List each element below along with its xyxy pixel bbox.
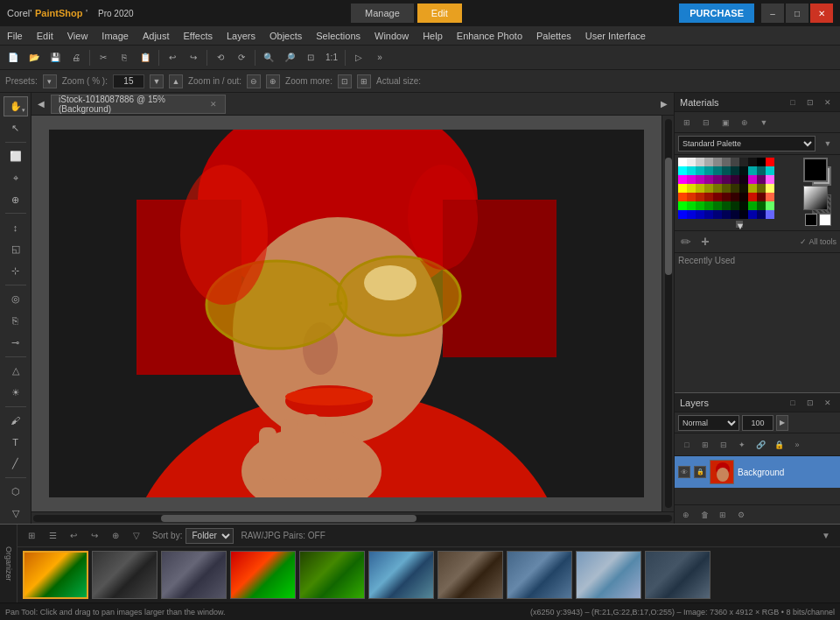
menu-palettes[interactable]: Palettes [529, 26, 578, 45]
swatch[interactable] [713, 184, 722, 193]
straighten-tool[interactable]: ↕ [4, 217, 28, 237]
swatch[interactable] [766, 166, 774, 175]
vertical-scrollbar[interactable] [662, 116, 674, 511]
org-thumb-3[interactable] [161, 551, 227, 599]
delete-layer-btn[interactable]: 🗑 [696, 508, 712, 522]
org-thumb-5[interactable] [299, 551, 365, 599]
org-tag-btn[interactable]: ⊕ [107, 527, 124, 545]
fill-tool[interactable]: ▽ [4, 504, 28, 524]
gradient-swatch[interactable] [803, 186, 828, 210]
swatch[interactable] [713, 210, 722, 219]
undo-button[interactable]: ↩ [163, 48, 182, 67]
org-rotate-left-btn[interactable]: ↩ [65, 527, 82, 545]
org-thumb-9[interactable] [576, 551, 641, 599]
swatch[interactable] [687, 184, 696, 193]
foreground-swatch[interactable] [803, 158, 828, 182]
save-button[interactable]: 💾 [46, 48, 65, 67]
swatch[interactable] [766, 175, 774, 184]
org-thumb-7[interactable] [438, 551, 503, 599]
canvas-viewport[interactable] [32, 116, 662, 511]
v-scroll-track[interactable] [665, 119, 672, 508]
redo-button[interactable]: ↪ [184, 48, 203, 67]
swatch[interactable] [722, 158, 731, 166]
menu-layers[interactable]: Layers [220, 26, 262, 45]
swatch[interactable] [713, 193, 722, 201]
swatch[interactable] [687, 158, 696, 166]
line-tool[interactable]: ╱ [4, 454, 28, 474]
swatch[interactable] [739, 210, 748, 219]
layers-panel-close[interactable]: ✕ [821, 396, 835, 410]
swatch[interactable] [748, 201, 757, 210]
zoom-out-button[interactable]: 🔎 [280, 48, 299, 67]
layer-item-background[interactable]: 👁 🔒 Background [675, 456, 840, 488]
menu-image[interactable]: Image [94, 26, 136, 45]
opacity-input[interactable] [742, 415, 774, 431]
rect-select-tool[interactable]: ⬜ [4, 146, 28, 166]
swatch[interactable] [766, 210, 774, 219]
swatch[interactable] [722, 210, 731, 219]
swatch[interactable] [696, 184, 704, 193]
menu-selections[interactable]: Selections [309, 26, 368, 45]
swatch[interactable] [713, 158, 722, 166]
dodge-tool[interactable]: ☀ [4, 383, 28, 403]
swatch-black[interactable] [757, 158, 766, 166]
copy-button[interactable]: ⎘ [115, 48, 134, 67]
close-window-button[interactable]: ✕ [810, 4, 833, 23]
swatch[interactable] [722, 175, 731, 184]
swatch[interactable] [678, 166, 687, 175]
menu-objects[interactable]: Objects [262, 26, 309, 45]
swatch[interactable] [722, 184, 731, 193]
fit-btn[interactable]: ⊡ [338, 74, 352, 88]
menu-file[interactable]: File [0, 26, 30, 45]
menu-adjust[interactable]: Adjust [136, 26, 177, 45]
paste-button[interactable]: 📋 [136, 48, 155, 67]
swatch[interactable] [722, 166, 731, 175]
plus-icon[interactable]: + [697, 234, 713, 250]
sort-select[interactable]: Folder [186, 528, 234, 544]
swatch[interactable] [731, 184, 739, 193]
swatch[interactable] [757, 210, 766, 219]
zoom-down-btn[interactable]: ▼ [150, 74, 164, 88]
swatch[interactable] [704, 175, 713, 184]
opacity-slider-btn[interactable]: ▶ [776, 415, 788, 431]
mat-btn-3[interactable]: ▣ [717, 115, 734, 130]
swatch[interactable] [687, 201, 696, 210]
swatch[interactable] [704, 201, 713, 210]
org-thumb-10[interactable] [645, 551, 710, 599]
swatch[interactable] [748, 158, 757, 166]
mat-btn-4[interactable]: ⊕ [736, 115, 753, 130]
swatch[interactable] [748, 166, 757, 175]
swatch[interactable] [696, 201, 704, 210]
swatch[interactable] [731, 193, 739, 201]
layer-settings-btn[interactable]: ⚙ [733, 508, 749, 522]
redeye-tool[interactable]: ◎ [4, 289, 28, 309]
lock-btn[interactable]: 🔒 [770, 436, 788, 454]
swatch[interactable] [696, 158, 704, 166]
zoom-up-btn[interactable]: ▲ [169, 74, 183, 88]
swatch[interactable] [766, 184, 774, 193]
swatch[interactable] [748, 175, 757, 184]
org-thumb-6[interactable] [368, 551, 434, 599]
paint-tool[interactable]: 🖌 [4, 411, 28, 431]
swatch[interactable] [748, 184, 757, 193]
h-scroll-track[interactable] [33, 515, 672, 522]
swatch[interactable] [739, 166, 748, 175]
swatch[interactable] [739, 193, 748, 201]
org-filter-btn[interactable]: ▽ [128, 527, 145, 545]
clone-tool[interactable]: ⎘ [4, 311, 28, 331]
swatch[interactable] [687, 210, 696, 219]
swatch[interactable] [748, 193, 757, 201]
org-thumb-2[interactable] [92, 551, 158, 599]
swatch[interactable] [696, 166, 704, 175]
layer-visibility-toggle[interactable]: 👁 [678, 466, 690, 478]
swatch[interactable] [766, 193, 774, 201]
swatch[interactable] [757, 193, 766, 201]
swatch[interactable] [678, 201, 687, 210]
org-thumb-8[interactable] [507, 551, 572, 599]
swatch[interactable] [678, 210, 687, 219]
swatch[interactable] [757, 184, 766, 193]
palette-menu-btn[interactable]: ▼ [819, 136, 836, 151]
swatch-white[interactable] [678, 158, 687, 166]
menu-effects[interactable]: Effects [177, 26, 220, 45]
eraser-tool[interactable]: ⬡ [4, 482, 28, 502]
